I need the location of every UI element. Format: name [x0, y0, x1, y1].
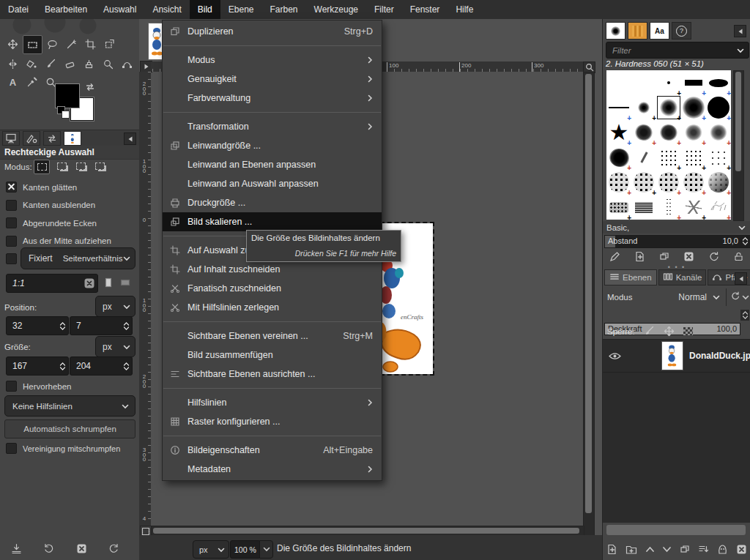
menu-item-duplizieren[interactable]: DuplizierenStrg+D: [163, 22, 382, 41]
menu-item-leinwand-an-auswahl-anpassen[interactable]: Leinwand an Auswahl anpassen: [163, 174, 382, 193]
clear-ratio-icon[interactable]: [84, 278, 94, 288]
brush-cell[interactable]: ★+: [606, 120, 631, 145]
tool-options-redo-button[interactable]: [108, 543, 119, 553]
brush-duplicate-button[interactable]: [659, 251, 670, 262]
shrink-merged-checkbox[interactable]: [6, 443, 17, 454]
brush-cell[interactable]: +: [606, 195, 631, 220]
brush-doc-new-button[interactable]: [634, 251, 645, 262]
eraser-tool-button[interactable]: [61, 55, 79, 72]
brush-delete-x-button[interactable]: [683, 251, 694, 262]
size-unit-dropdown[interactable]: px: [95, 336, 135, 357]
layer-folder-new-button[interactable]: [625, 544, 637, 555]
menu-item-sichtbare-ebenen-ausrichten[interactable]: Sichtbare Ebenen ausrichten ...: [163, 365, 382, 384]
layer-list-hscrollbar[interactable]: [606, 525, 746, 535]
layer-mode-dropdown[interactable]: Normal: [648, 288, 721, 306]
collapse-dock-button[interactable]: [124, 132, 136, 145]
menu-item-leinwandgröße[interactable]: Leinwandgröße ...: [163, 136, 382, 155]
checkbox[interactable]: [6, 200, 17, 211]
brush-scrollbar-thumb[interactable]: [735, 72, 741, 171]
fixed-dropdown[interactable]: Fixiert Seitenverhältnis: [21, 247, 135, 269]
menubar-item-hilfe[interactable]: Hilfe: [448, 0, 481, 19]
menu-item-genauigkeit[interactable]: Genauigkeit: [163, 70, 382, 89]
menu-item-raster-konfigurieren[interactable]: Raster konfigurieren ...: [163, 412, 382, 431]
menu-item-transformation[interactable]: Transformation: [163, 117, 382, 136]
brush-cell[interactable]: +: [681, 170, 706, 195]
statusbar-zoom-dropdown[interactable]: [259, 540, 273, 559]
color-picker-tool-button[interactable]: [23, 73, 41, 91]
text-tool-tool-button[interactable]: A: [4, 73, 22, 91]
spinner-icon[interactable]: [742, 236, 749, 248]
brush-cell[interactable]: +: [656, 145, 681, 170]
brush-cell[interactable]: +: [681, 95, 706, 120]
menu-item-bild-zusammenfügen[interactable]: Bild zusammenfügen: [163, 346, 382, 365]
menu-item-metadaten[interactable]: Metadaten: [163, 460, 382, 479]
help-tab[interactable]: ?: [672, 22, 691, 40]
selection-mode-intersect-button[interactable]: [92, 160, 107, 173]
swap-colors-icon[interactable]: [85, 83, 95, 94]
menubar-item-auswahl[interactable]: Auswahl: [95, 0, 144, 19]
checkbox[interactable]: [6, 217, 17, 228]
tool-options-delete-x-button[interactable]: [76, 543, 87, 554]
menubar-item-farben[interactable]: Farben: [262, 0, 306, 19]
transform-tool-button[interactable]: [100, 35, 119, 53]
menu-item-bild-skalieren[interactable]: Bild skalieren ...: [163, 212, 382, 231]
statusbar-unit-dropdown[interactable]: px: [193, 540, 229, 559]
brush-cell[interactable]: [631, 70, 656, 95]
brushes-tab[interactable]: [606, 22, 625, 40]
fuzzy-select-tool-button[interactable]: [62, 35, 81, 53]
menubar-item-fenster[interactable]: Fenster: [402, 0, 448, 19]
brush-cell[interactable]: [606, 70, 631, 95]
menu-item-hilfslinien[interactable]: Hilfslinien: [163, 393, 382, 412]
menubar-item-ebene[interactable]: Ebene: [220, 0, 262, 19]
menu-item-fanatisch-zuschneiden[interactable]: Fanatisch zuschneiden: [163, 279, 382, 298]
canvas-vscrollbar[interactable]: [583, 72, 595, 546]
size-height-field[interactable]: 204: [70, 356, 133, 376]
selection-mode-subtract-button[interactable]: [73, 160, 88, 173]
layer-doc-new-button[interactable]: [606, 544, 617, 555]
dodge-tool-button[interactable]: [99, 55, 117, 72]
guides-dropdown[interactable]: Keine Hilfslinien: [4, 395, 135, 417]
collapse-layer-dock-button[interactable]: [735, 272, 747, 285]
brush-cell[interactable]: +: [656, 120, 681, 145]
canvas-hscrollbar-thumb[interactable]: [153, 528, 579, 534]
layer-duplicate-button[interactable]: [680, 544, 691, 555]
move-tool-button[interactable]: [4, 35, 22, 53]
patterns-tab[interactable]: [628, 22, 647, 40]
layer-mask-button[interactable]: [717, 544, 728, 555]
spinner-icon[interactable]: [59, 321, 66, 331]
brush-cell[interactable]: +: [681, 120, 706, 145]
menubar-item-datei[interactable]: Datei: [0, 0, 37, 19]
brush-cell[interactable]: +: [706, 170, 731, 195]
brush-lock-open-button[interactable]: [733, 251, 744, 262]
layer-visibility-eye-icon[interactable]: [603, 352, 627, 360]
brush-spacing-slider[interactable]: Abstand 10,0: [604, 235, 750, 248]
foreground-color-swatch[interactable]: [56, 84, 79, 108]
brush-cell[interactable]: +: [706, 95, 731, 120]
brush-cell[interactable]: [631, 195, 656, 220]
lock-alpha-icon[interactable]: [683, 327, 693, 335]
selection-mode-replace-button[interactable]: [34, 160, 50, 174]
brush-cell[interactable]: +: [656, 195, 681, 220]
size-width-field[interactable]: 167: [6, 356, 69, 376]
menubar-item-filter[interactable]: Filter: [366, 0, 402, 19]
tool-options-undo-button[interactable]: [43, 543, 54, 553]
fonts-tab[interactable]: Aa: [650, 22, 669, 40]
rectangle-select-tool-button[interactable]: [23, 35, 42, 54]
brush-cell[interactable]: +: [706, 70, 731, 95]
spinner-icon[interactable]: [123, 321, 130, 331]
tab-ebenen[interactable]: Ebenen: [604, 269, 657, 285]
device-status-tab[interactable]: [23, 131, 40, 146]
brush-cell[interactable]: +: [631, 170, 656, 195]
bucket-fill-tool-button[interactable]: [23, 55, 41, 72]
brush-cell[interactable]: +: [606, 95, 631, 120]
spinner-icon[interactable]: [59, 362, 66, 371]
statusbar-zoom-field[interactable]: 100 %: [230, 540, 261, 559]
portrait-orientation-icon[interactable]: [103, 277, 114, 288]
menu-item-druckgröße[interactable]: Druckgröße ...: [163, 193, 382, 212]
brush-cell[interactable]: +: [681, 70, 706, 95]
menubar-item-werkzeuge[interactable]: Werkzeuge: [306, 0, 366, 19]
checkbox[interactable]: [6, 236, 17, 247]
layer-arrow-down-button[interactable]: [662, 546, 672, 553]
brush-cell[interactable]: [631, 145, 656, 170]
menubar-item-ansicht[interactable]: Ansicht: [144, 0, 189, 19]
